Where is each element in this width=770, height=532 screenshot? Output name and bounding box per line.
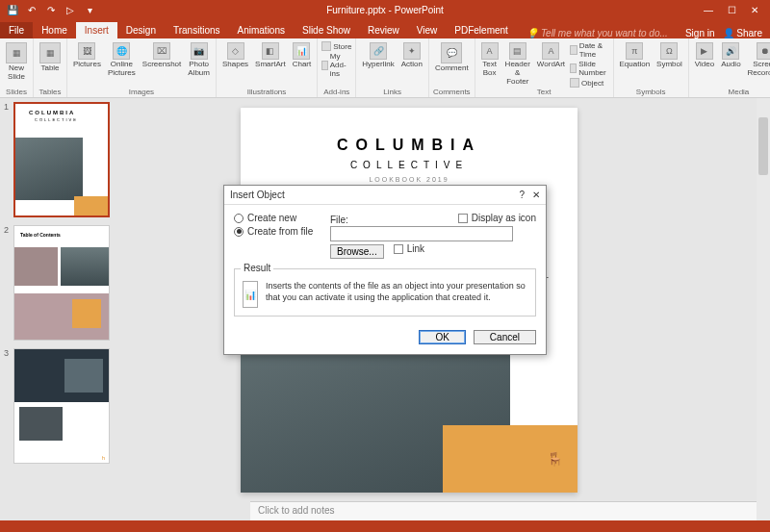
group-label: Illustrations	[220, 88, 313, 96]
thumb-block	[14, 247, 58, 286]
scrollbar-thumb[interactable]	[758, 117, 768, 175]
slide-thumbnail-1[interactable]: COLUMBIA COLLECTIVE	[13, 102, 110, 217]
action-button[interactable]: ✦Action	[399, 41, 424, 70]
text-box-button[interactable]: AText Box	[479, 41, 500, 79]
date-time-button[interactable]: Date & Time	[570, 41, 608, 59]
tab-home[interactable]: Home	[33, 22, 76, 38]
equation-icon: π	[626, 42, 643, 60]
link-checkbox[interactable]	[394, 244, 403, 254]
my-addins-button[interactable]: My Add-ins	[321, 52, 351, 78]
tab-transitions[interactable]: Transitions	[165, 22, 229, 38]
screenshot-button[interactable]: ⌧Screenshot	[141, 41, 183, 70]
close-window-icon[interactable]: ✕	[745, 5, 764, 15]
hyperlink-icon: 🔗	[370, 42, 387, 60]
qat-more-icon[interactable]: ▾	[83, 3, 96, 16]
dialog-close-icon[interactable]: ✕	[532, 190, 540, 200]
equation-button[interactable]: πEquation	[618, 41, 653, 70]
object-button[interactable]: Object	[570, 78, 608, 88]
tab-design[interactable]: Design	[117, 22, 165, 38]
object-icon	[570, 78, 579, 88]
shapes-button[interactable]: ◇Shapes	[220, 41, 250, 70]
video-button[interactable]: ▶Video	[693, 41, 716, 70]
group-label: Images	[71, 88, 212, 96]
result-icon: 📊	[243, 281, 258, 308]
chart-icon: 📊	[293, 42, 310, 60]
new-slide-button[interactable]: ▦New Slide	[4, 41, 29, 83]
result-legend: Result	[241, 263, 273, 273]
ok-button[interactable]: OK	[419, 330, 465, 344]
lightbulb-icon: 💡	[526, 28, 538, 38]
store-button[interactable]: Store	[321, 41, 351, 51]
video-icon: ▶	[696, 42, 713, 60]
smartart-icon: ◧	[262, 42, 279, 60]
tab-animations[interactable]: Animations	[229, 22, 294, 38]
vertical-scrollbar[interactable]	[757, 98, 770, 520]
dialog-titlebar[interactable]: Insert Object ? ✕	[224, 186, 546, 205]
group-label: Add-ins	[321, 88, 351, 96]
dialog-title: Insert Object	[230, 190, 519, 200]
chair-icon: 🪑	[547, 451, 563, 467]
symbol-button[interactable]: ΩSymbol	[654, 41, 684, 70]
thumb-text: COLLECTIVE	[35, 117, 78, 122]
share-icon: 👤	[723, 28, 734, 38]
minimize-icon[interactable]: —	[699, 5, 718, 15]
result-description: Inserts the contents of the file as an o…	[266, 281, 527, 308]
screenshot-icon: ⌧	[153, 42, 170, 60]
tab-pdfelement[interactable]: PDFelement	[446, 22, 517, 38]
cancel-button[interactable]: Cancel	[474, 330, 536, 344]
slide-number-button[interactable]: Slide Number	[570, 60, 608, 77]
dialog-help-icon[interactable]: ?	[519, 190, 525, 200]
tab-slideshow[interactable]: Slide Show	[294, 22, 359, 38]
create-from-file-radio[interactable]	[234, 227, 244, 237]
slide-thumbnail-2[interactable]: Table of Contents	[13, 225, 110, 341]
save-icon[interactable]: 💾	[6, 3, 19, 16]
share-button[interactable]: 👤 Share	[723, 28, 762, 38]
thumb-image	[15, 138, 83, 200]
group-text: AText Box ▤Header & Footer AWordArt Date…	[475, 38, 614, 97]
browse-button[interactable]: Browse...	[330, 244, 384, 259]
file-path-input[interactable]	[330, 226, 513, 241]
pictures-button[interactable]: 🖼Pictures	[71, 41, 103, 70]
group-label: Symbols	[618, 88, 684, 96]
create-new-radio[interactable]	[234, 214, 244, 223]
window-controls: — ☐ ✕	[699, 5, 770, 15]
slide-thumbnails-panel[interactable]: 1 COLUMBIA COLLECTIVE 2 Table of Content…	[0, 98, 125, 520]
smartart-button[interactable]: ◧SmartArt	[253, 41, 288, 70]
group-tables: ▦Table Tables	[34, 38, 67, 97]
group-slides: ▦New Slide Slides	[0, 38, 34, 97]
tab-view[interactable]: View	[408, 22, 447, 38]
start-from-beginning-icon[interactable]: ▷	[64, 3, 77, 16]
audio-button[interactable]: 🔊Audio	[719, 41, 742, 70]
screen-recording-button[interactable]: ⏺Screen Recording	[746, 41, 770, 79]
table-button[interactable]: ▦Table	[38, 41, 63, 74]
tab-file[interactable]: File	[0, 22, 33, 38]
hyperlink-button[interactable]: 🔗Hyperlink	[360, 41, 396, 70]
undo-icon[interactable]: ↶	[25, 3, 38, 16]
header-footer-button[interactable]: ▤Header & Footer	[503, 41, 532, 87]
thumb-number: 3	[4, 348, 13, 464]
thumb-block	[72, 299, 101, 328]
comment-button[interactable]: 💬Comment	[433, 41, 471, 74]
photo-album-button[interactable]: 📷Photo Album	[186, 41, 212, 79]
new-slide-icon: ▦	[6, 42, 27, 63]
notes-pane[interactable]: Click to add notes	[250, 501, 757, 520]
tab-insert[interactable]: Insert	[76, 22, 117, 38]
wordart-button[interactable]: AWordArt	[535, 41, 567, 70]
link-label: Link	[407, 243, 424, 254]
online-pictures-button[interactable]: 🌐Online Pictures	[106, 41, 138, 79]
slide-thumbnail-3[interactable]: h	[13, 348, 110, 464]
signin-link[interactable]: Sign in	[685, 28, 715, 38]
online-pictures-icon: 🌐	[113, 42, 130, 60]
tab-review[interactable]: Review	[359, 22, 408, 38]
addins-icon	[321, 61, 328, 70]
display-as-icon-checkbox[interactable]	[458, 214, 468, 223]
maximize-icon[interactable]: ☐	[722, 5, 741, 15]
ribbon-insert: ▦New Slide Slides ▦Table Tables 🖼Picture…	[0, 38, 770, 98]
tell-me-search[interactable]: 💡Tell me what you want to do...	[526, 28, 668, 38]
chart-button[interactable]: 📊Chart	[291, 41, 314, 70]
redo-icon[interactable]: ↷	[44, 3, 58, 16]
group-label: Slides	[4, 88, 29, 96]
table-icon: ▦	[39, 42, 61, 63]
store-icon	[321, 41, 331, 51]
date-time-icon	[570, 45, 578, 55]
